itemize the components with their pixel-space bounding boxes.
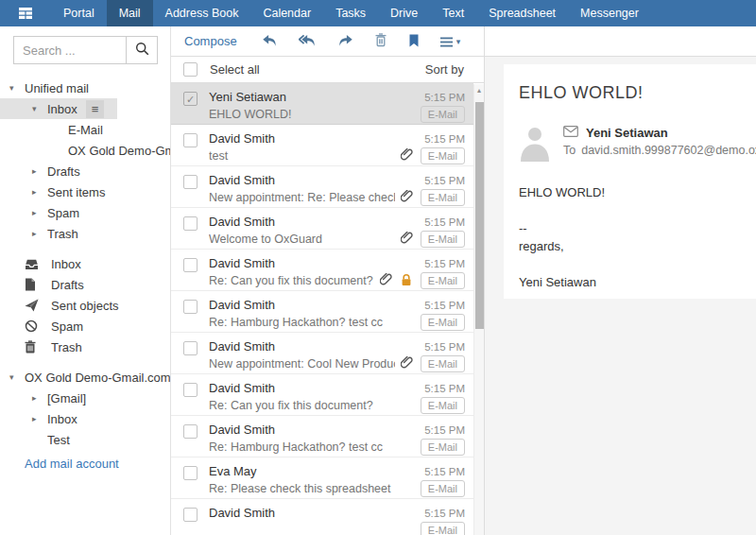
message-checkbox[interactable]: ✓ [183, 92, 198, 106]
forward-icon[interactable] [337, 34, 353, 47]
message-row[interactable]: David Smith5:15 PMNew appointment: Cool … [171, 333, 473, 374]
chevron-right-icon[interactable]: ▸ [32, 187, 47, 197]
select-all-checkbox[interactable] [183, 62, 198, 77]
message-sender: Yeni Setiawan [209, 90, 286, 104]
message-line2: testE-Mail [209, 147, 465, 164]
mail-list-pane: Compose ▾ Select all Sort by ✓Yeni Setia… [171, 26, 484, 535]
message-line1: David Smith5:15 PM [209, 423, 465, 437]
message-detail-subject: EHLO WORLD! [519, 83, 741, 103]
folder-unified-mail[interactable]: ▾Unified mail [0, 78, 170, 98]
chevron-right-icon[interactable]: ▸ [32, 166, 47, 176]
tab-tasks[interactable]: Tasks [323, 0, 378, 26]
scroll-up-arrow[interactable]: ▴ [474, 84, 484, 96]
message-row[interactable]: David Smith5:15 PMNew appointment: Re: P… [171, 166, 473, 208]
folder-trash[interactable]: Trash [0, 337, 170, 357]
folder-gmail[interactable]: ▸[Gmail] [0, 388, 170, 408]
tab-spreadsheet[interactable]: Spreadsheet [476, 0, 568, 26]
message-checkbox[interactable] [183, 300, 198, 314]
scrollbar-thumb[interactable] [475, 102, 484, 329]
folder-trash[interactable]: ▸Trash [0, 223, 170, 244]
tab-portal[interactable]: Portal [51, 0, 107, 26]
message-content: David Smith5:15 PMRe: Hamburg Hackathon?… [209, 423, 465, 457]
folder-label: Trash [51, 340, 82, 354]
tab-drive[interactable]: Drive [378, 0, 430, 26]
message-checkbox[interactable] [183, 216, 198, 231]
folder-sent-items[interactable]: ▸Sent items [0, 181, 170, 202]
message-line2: New appointment: Cool New ProductE-Mail [209, 355, 465, 372]
message-checkbox[interactable] [183, 258, 198, 272]
message-line1: David Smith5:15 PM [209, 506, 465, 520]
folder-inbox[interactable]: ▾Inbox≡ [0, 98, 117, 119]
tab-mail[interactable]: Mail [107, 0, 153, 26]
reply-icon[interactable] [262, 34, 278, 47]
message-checkbox[interactable] [183, 424, 198, 439]
chevron-right-icon[interactable]: ▸ [32, 393, 47, 403]
search-input[interactable] [14, 37, 126, 63]
folder-ox-gold-demo-gmail-com[interactable]: ▾OX Gold Demo-Gmail.com [0, 367, 170, 388]
folder-label: Spam [47, 206, 79, 220]
message-row[interactable]: David Smith5:15 PMtestE-Mail [171, 125, 473, 166]
message-row[interactable]: Eva May5:15 PMRe: Please check this spre… [171, 457, 473, 499]
chevron-right-icon[interactable]: ▸ [32, 208, 47, 217]
folder-spam[interactable]: ▸Spam [0, 202, 170, 223]
bookmark-icon[interactable] [408, 34, 420, 47]
folder-e-mail[interactable]: E-Mail [0, 119, 170, 140]
folder-inbox[interactable]: ▸Inbox [0, 408, 170, 429]
folder-inbox[interactable]: Inbox [0, 253, 170, 274]
message-row[interactable]: David Smith5:15 PMRe: Hamburg Hackathon?… [171, 291, 473, 333]
message-row[interactable]: David Smith5:15 PMRe: Can you fix this d… [171, 374, 473, 416]
reply-all-icon[interactable] [299, 34, 317, 47]
folder-drafts[interactable]: ▸Drafts [0, 161, 170, 181]
message-checkbox[interactable] [183, 341, 198, 355]
tab-messenger[interactable]: Messenger [568, 0, 651, 26]
folder-spam[interactable]: Spam [0, 316, 170, 337]
search-icon [135, 42, 149, 59]
chevron-down-icon[interactable]: ▾ [9, 372, 25, 382]
more-options-icon[interactable]: ▾ [440, 37, 461, 47]
compose-button[interactable]: Compose [184, 34, 237, 48]
sort-by-button[interactable]: Sort by [425, 62, 464, 77]
message-subject: Welcome to OxGuard [209, 233, 395, 246]
message-checkbox[interactable] [183, 466, 198, 480]
folder-label: Drafts [51, 278, 84, 292]
recipient-address[interactable]: david.smith.999877602@demo.ox.io [581, 144, 756, 157]
message-checkbox[interactable] [183, 175, 198, 189]
chevron-right-icon[interactable]: ▸ [32, 414, 47, 423]
folder-label: Inbox [47, 412, 77, 426]
folder-tree: ▾Unified mail▾Inbox≡E-MailOX Gold Demo-G… [0, 72, 170, 471]
apps-grid-icon[interactable] [0, 0, 51, 26]
message-row[interactable]: David Smith5:15 PMRe: Hamburg Hackathon?… [171, 416, 473, 457]
message-row[interactable]: David Smith5:15 PME-Mail [171, 499, 473, 535]
message-row[interactable]: David Smith5:15 PMRe: Can you fix this d… [171, 250, 473, 291]
delete-icon[interactable] [374, 33, 387, 47]
drafts-icon [25, 278, 40, 291]
add-mail-account-link[interactable]: Add mail account [25, 457, 170, 471]
trash-icon [25, 340, 40, 354]
folder-context-menu-icon[interactable]: ≡ [86, 100, 105, 118]
folder-ox-gold-demo-gmail-com[interactable]: OX Gold Demo-Gmail.com [0, 140, 170, 161]
message-sender: David Smith [209, 506, 275, 520]
message-checkbox[interactable] [183, 508, 198, 522]
tab-address-book[interactable]: Address Book [153, 0, 251, 26]
attachment-icon [401, 148, 413, 164]
message-checkbox[interactable] [183, 133, 198, 147]
avatar [519, 124, 551, 164]
message-row[interactable]: David Smith5:15 PMWelcome to OxGuardE-Ma… [171, 208, 473, 250]
message-row[interactable]: ✓Yeni Setiawan5:15 PMEHLO WORLD!E-Mail [171, 83, 473, 125]
sender-name[interactable]: Yeni Setiawan [586, 126, 668, 140]
search-button[interactable] [126, 37, 157, 63]
folder-sent-objects[interactable]: Sent objects [0, 295, 170, 316]
list-scrollbar[interactable]: ▴ [473, 84, 484, 535]
message-checkbox[interactable] [183, 383, 198, 397]
folder-drafts[interactable]: Drafts [0, 274, 170, 295]
email-type-badge: E-Mail [421, 355, 465, 372]
chevron-down-icon[interactable]: ▾ [32, 104, 47, 113]
to-prefix: To [563, 144, 576, 157]
tab-calendar[interactable]: Calendar [250, 0, 323, 26]
email-type-badge: E-Mail [421, 480, 465, 497]
chevron-down-icon[interactable]: ▾ [9, 83, 25, 93]
chevron-right-icon[interactable]: ▸ [32, 229, 47, 238]
tab-text[interactable]: Text [430, 0, 476, 26]
folder-test[interactable]: Test [0, 429, 170, 450]
message-time: 5:15 PM [424, 341, 465, 353]
